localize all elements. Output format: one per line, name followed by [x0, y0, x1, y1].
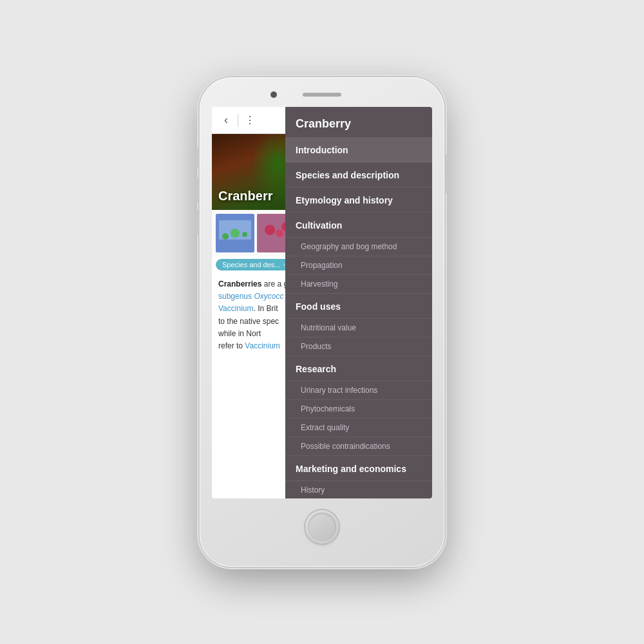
link-vaccinium2[interactable]: Vaccinium [245, 341, 279, 350]
toc-item-urinary[interactable]: Urinary tract infections [285, 381, 432, 400]
intro-bold: Cranberries [218, 279, 261, 289]
home-button[interactable] [305, 510, 339, 544]
home-button-inner [308, 513, 336, 541]
toc-item-propagation[interactable]: Propagation [285, 256, 432, 275]
toc-item-history[interactable]: History [285, 481, 432, 498]
svg-point-24 [242, 232, 247, 237]
toc-panel: × Cranberry Introduction Species and des… [285, 107, 432, 498]
toc-item-introduction[interactable]: Introduction [285, 137, 432, 162]
toolbar-divider [238, 114, 238, 127]
toc-item-food-uses[interactable]: Food uses [285, 294, 432, 319]
back-button[interactable]: ‹ [217, 111, 235, 129]
svg-point-23 [231, 229, 240, 238]
toc-item-research[interactable]: Research [285, 356, 432, 381]
toc-item-products[interactable]: Products [285, 337, 432, 356]
toc-item-nutritional[interactable]: Nutritional value [285, 319, 432, 337]
power-button[interactable] [445, 155, 448, 193]
speaker-grille [303, 93, 341, 97]
phone-screen: ‹ ⋮ [212, 107, 432, 498]
tag-species-label: Species and des... [222, 261, 281, 269]
toc-item-cultivation[interactable]: Cultivation [285, 213, 432, 238]
toc-title: Cranberry [285, 107, 432, 137]
toc-item-contraindications[interactable]: Possible contraindications [285, 437, 432, 456]
svg-point-26 [265, 225, 275, 235]
link-subgenus[interactable]: subgenus Oxycocc [218, 292, 283, 301]
toc-item-geography[interactable]: Geography and bog method [285, 238, 432, 256]
phone-bottom [206, 501, 438, 553]
toc-item-marketing[interactable]: Marketing and economics [285, 456, 432, 481]
link-vaccinium[interactable]: Vaccinium [218, 304, 253, 313]
toc-item-harvesting[interactable]: Harvesting [285, 275, 432, 294]
svg-point-27 [276, 229, 283, 237]
article-title-image: Cranberr [218, 189, 272, 204]
phone-device: ‹ ⋮ [200, 77, 444, 567]
toc-item-phytochemicals[interactable]: Phytochemicals [285, 400, 432, 419]
volume-down-button[interactable] [196, 209, 199, 235]
toc-item-species[interactable]: Species and description [285, 162, 432, 187]
thumb-1[interactable] [216, 214, 254, 252]
menu-button[interactable]: ⋮ [241, 111, 259, 129]
toc-item-extract[interactable]: Extract quality [285, 419, 432, 437]
silent-switch[interactable] [196, 148, 199, 167]
phone-top-bar [206, 85, 438, 104]
toc-item-etymology[interactable]: Etymology and history [285, 187, 432, 213]
tag-species[interactable]: Species and des... › [216, 259, 292, 270]
front-camera [270, 91, 277, 98]
volume-up-button[interactable] [196, 177, 199, 203]
svg-point-22 [222, 233, 229, 240]
